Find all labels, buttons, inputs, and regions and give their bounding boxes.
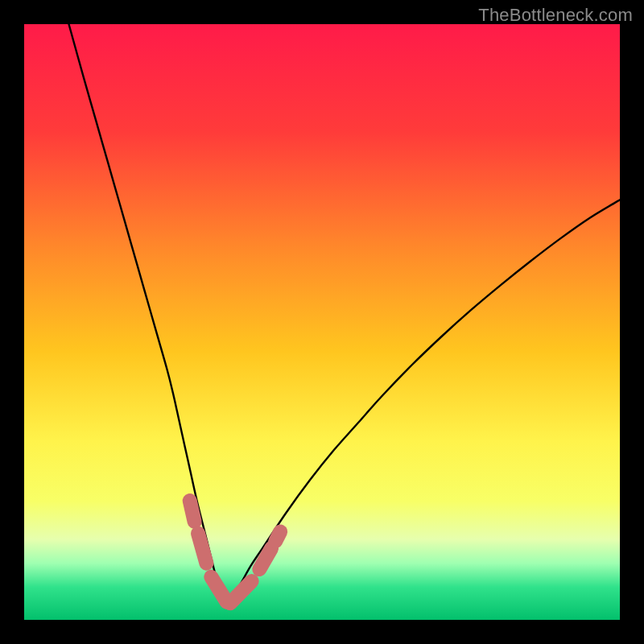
curve-marker bbox=[211, 577, 226, 602]
bottleneck-curve bbox=[69, 24, 621, 603]
plot-area bbox=[24, 24, 620, 620]
curve-marker bbox=[198, 534, 206, 564]
watermark-text: TheBottleneck.com bbox=[478, 5, 633, 26]
curve-marker bbox=[275, 531, 280, 541]
curve-layer bbox=[24, 24, 620, 620]
curve-marker bbox=[259, 548, 271, 569]
curve-marker bbox=[190, 501, 195, 522]
curve-marker bbox=[230, 581, 252, 603]
chart-frame: TheBottleneck.com bbox=[0, 0, 644, 644]
